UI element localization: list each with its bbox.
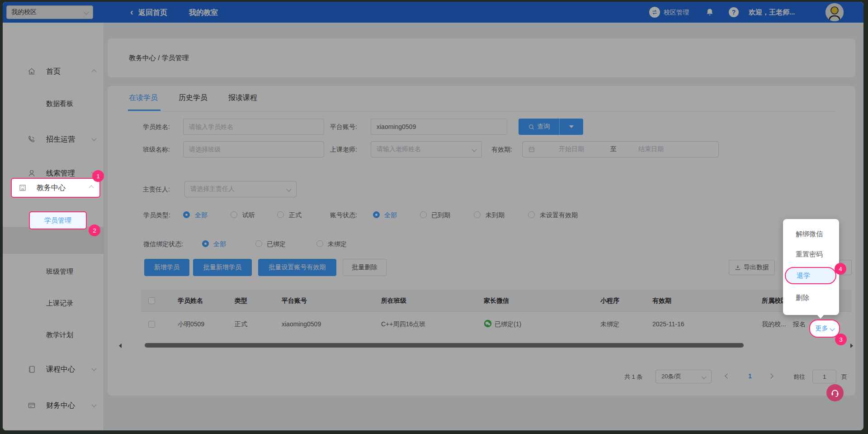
guide-step-badge: 2 — [89, 224, 100, 236]
sidebar-item-label: 学员管理 — [44, 216, 71, 225]
guide-step-badge: 4 — [835, 263, 846, 275]
menu-item-label: 退学 — [797, 272, 810, 280]
menu-item-delete[interactable]: 删除 — [796, 294, 809, 302]
guide-step-badge: 1 — [92, 170, 104, 182]
chevron-down-icon — [830, 326, 835, 331]
guide-step-badge: 3 — [835, 334, 847, 345]
window-frame: 我的校区 ‹ 返回首页 我的教室 校区管理 ? 欢迎，王老师... 首页 数据看… — [0, 0, 868, 434]
menu-item-unbind-wechat[interactable]: 解绑微信 — [796, 230, 823, 238]
sidebar-item-label: 教务中心 — [37, 183, 66, 193]
sidebar-item-student-management[interactable]: 学员管理 — [29, 211, 87, 229]
building-icon — [18, 183, 27, 192]
customer-service-button[interactable] — [826, 384, 844, 401]
headset-icon — [830, 388, 840, 398]
menu-item-withdraw[interactable]: 退学 — [785, 267, 836, 284]
guide-dim-overlay — [3, 2, 863, 430]
sidebar-item-academic-center[interactable]: 教务中心 — [11, 178, 100, 198]
more-button[interactable]: 更多 — [809, 320, 840, 338]
app: 我的校区 ‹ 返回首页 我的教室 校区管理 ? 欢迎，王老师... 首页 数据看… — [3, 2, 863, 430]
menu-item-reset-password[interactable]: 重置密码 — [796, 250, 823, 259]
menu-notch — [816, 314, 825, 319]
more-actions-menu: 解绑微信 重置密码 退学 删除 — [783, 219, 839, 315]
more-button-label: 更多 — [816, 324, 828, 333]
chevron-up-icon — [89, 185, 94, 190]
